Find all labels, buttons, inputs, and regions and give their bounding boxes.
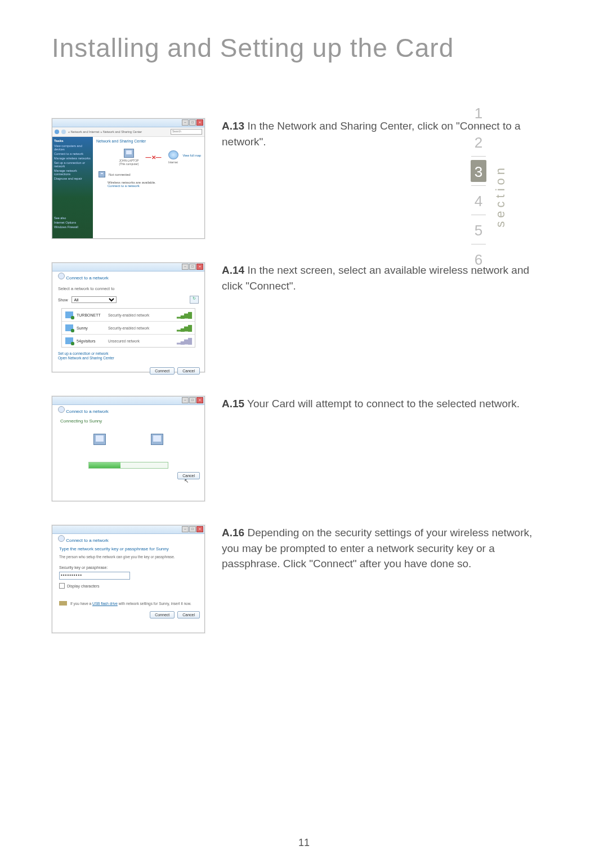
field-label: Security key or passphrase:: [52, 561, 204, 571]
usb-hint: If you have a USB flash drive with netwo…: [70, 602, 191, 606]
sidebar-task-link[interactable]: Manage wireless networks: [54, 157, 91, 160]
usb-drive-icon: [59, 601, 67, 606]
step-text: A.14 In the next screen, select an avail…: [205, 262, 547, 293]
window-minimize-icon[interactable]: –: [182, 397, 189, 403]
sidebar-task-link[interactable]: Manage network connections: [54, 169, 91, 176]
open-sharing-center-link[interactable]: Open Network and Sharing Center: [58, 356, 199, 360]
network-icon: [65, 311, 73, 318]
sidebar-task-link[interactable]: Diagnose and repair: [54, 177, 91, 180]
security-prompt: Type the network security key or passphr…: [52, 543, 204, 553]
step-a16: – □ × Connect to a network Type the netw…: [52, 525, 547, 633]
step-label: A.15: [222, 398, 244, 409]
window-titlebar: – □ ×: [52, 119, 204, 127]
signal-bars-icon: ▂▄▆█: [177, 338, 191, 344]
security-note: The person who setup the network can giv…: [52, 553, 204, 561]
usb-flash-drive-link[interactable]: USB flash drive: [92, 602, 118, 606]
network-row[interactable]: Sunny Security-enabled network ▂▄▆█: [62, 322, 195, 335]
window-titlebar: – □ ×: [52, 526, 204, 534]
computer-icon: [151, 434, 163, 445]
step-body: Depending on the security settings of yo…: [222, 527, 532, 569]
signal-bars-icon: ▂▄▆█: [177, 325, 191, 331]
network-icon: [65, 324, 73, 331]
panel-heading: Network and Sharing Center: [93, 137, 204, 145]
signal-bars-icon: ▂▄▆█: [177, 312, 191, 318]
network-name: Sunny: [77, 326, 108, 330]
window-minimize-icon[interactable]: –: [182, 119, 189, 126]
globe-icon: [168, 150, 178, 159]
step-text: A.16 Depending on the security settings …: [205, 525, 547, 572]
window-maximize-icon[interactable]: □: [189, 526, 196, 532]
step-text: A.13 In the Network and Sharing Center, …: [205, 118, 547, 149]
step-a14: – □ × Connect to a network Select a netw…: [52, 262, 547, 372]
step-body: In the next screen, select an available …: [222, 264, 529, 292]
window-titlebar: – □ ×: [52, 263, 204, 271]
cancel-button[interactable]: Cancel: [177, 611, 200, 618]
content-area: – □ × « Network and Internet » Network a…: [52, 118, 547, 657]
step-label: A.14: [222, 264, 244, 276]
sidebar-task-link[interactable]: Connect to a network: [54, 152, 91, 155]
window-close-icon[interactable]: ×: [196, 119, 203, 126]
wizard-back-icon[interactable]: [58, 273, 65, 279]
refresh-icon[interactable]: ↻: [190, 296, 199, 304]
show-dropdown[interactable]: All: [71, 296, 117, 303]
nav-back-icon[interactable]: [55, 130, 59, 134]
sidebar-bottom-link[interactable]: See also: [54, 216, 91, 220]
network-name: TURBONETT: [77, 313, 108, 317]
wizard-subtitle: Select a network to connect to: [52, 281, 204, 293]
nav-forward-icon[interactable]: [61, 130, 66, 134]
sidebar-task-link[interactable]: Set up a connection or network: [54, 161, 91, 168]
network-row[interactable]: 54gvisitors Unsecured network ▂▄▆█: [62, 335, 195, 347]
cancel-button[interactable]: Cancel: [177, 472, 200, 479]
window-maximize-icon[interactable]: □: [189, 397, 196, 403]
network-name: 54gvisitors: [77, 339, 108, 343]
connect-to-network-link[interactable]: Connect to a network: [108, 184, 199, 188]
window-close-icon[interactable]: ×: [196, 526, 203, 532]
network-diagram: JOHN-LAPTOP (This computer) —✕— Internet: [93, 145, 204, 169]
screenshot-network-sharing-center: – □ × « Network and Internet » Network a…: [52, 118, 205, 239]
breadcrumb: « Network and Internet » Network and Sha…: [52, 127, 204, 137]
page-title: Installing and Setting up the Card: [52, 33, 454, 63]
sidebar-task-link[interactable]: View computers and devices: [54, 144, 91, 151]
network-list: TURBONETT Security-enabled network ▂▄▆█ …: [61, 308, 195, 348]
window-minimize-icon[interactable]: –: [182, 264, 189, 270]
screenshot-connecting: – □ × Connect to a network Connecting to…: [52, 396, 205, 501]
window-maximize-icon[interactable]: □: [189, 119, 196, 126]
page-number: 11: [0, 837, 608, 849]
breadcrumb-text: « Network and Internet » Network and Sha…: [68, 130, 142, 133]
setup-connection-link[interactable]: Set up a connection or network: [58, 351, 199, 355]
network-desc: Unsecured network: [108, 339, 177, 343]
passphrase-input[interactable]: ••••••••••: [59, 572, 130, 580]
screenshot-security-key: – □ × Connect to a network Type the netw…: [52, 525, 205, 633]
step-label: A.13: [222, 120, 244, 132]
computer-icon: [93, 434, 106, 445]
cancel-button[interactable]: Cancel: [177, 367, 200, 375]
progress-bar: [88, 462, 168, 469]
sidebar-bottom-link[interactable]: Windows Firewall: [54, 225, 91, 229]
window-titlebar: – □ ×: [52, 397, 204, 405]
view-full-map-link[interactable]: View full map: [182, 154, 201, 157]
step-label: A.16: [222, 527, 244, 538]
wizard-back-icon[interactable]: [58, 406, 65, 413]
diagram-node-sublabel: (This computer): [119, 162, 138, 166]
checkbox-label: Display characters: [67, 584, 100, 588]
display-characters-checkbox[interactable]: [59, 583, 65, 589]
network-row[interactable]: TURBONETT Security-enabled network ▂▄▆█: [62, 309, 195, 322]
window-title: Connect to a network: [66, 275, 109, 281]
window-minimize-icon[interactable]: –: [182, 526, 189, 532]
screenshot-select-network: – □ × Connect to a network Select a netw…: [52, 262, 205, 372]
connect-button[interactable]: Connect: [150, 611, 175, 618]
computer-icon: [124, 149, 134, 158]
connecting-animation: [52, 428, 204, 451]
window-title: Connect to a network: [66, 409, 109, 414]
diagram-node-label: Internet: [168, 161, 178, 164]
window-close-icon[interactable]: ×: [196, 264, 203, 270]
window-maximize-icon[interactable]: □: [189, 264, 196, 270]
status-not-connected: Not connected: [109, 173, 131, 176]
connect-button[interactable]: Connect: [150, 367, 175, 375]
window-close-icon[interactable]: ×: [196, 397, 203, 403]
wizard-back-icon[interactable]: [58, 535, 65, 542]
search-input[interactable]: Search: [171, 129, 202, 135]
sidebar-tasks-header: Tasks: [54, 139, 91, 143]
show-label: Show: [58, 298, 68, 302]
sidebar-bottom-link[interactable]: Internet Options: [54, 221, 91, 224]
